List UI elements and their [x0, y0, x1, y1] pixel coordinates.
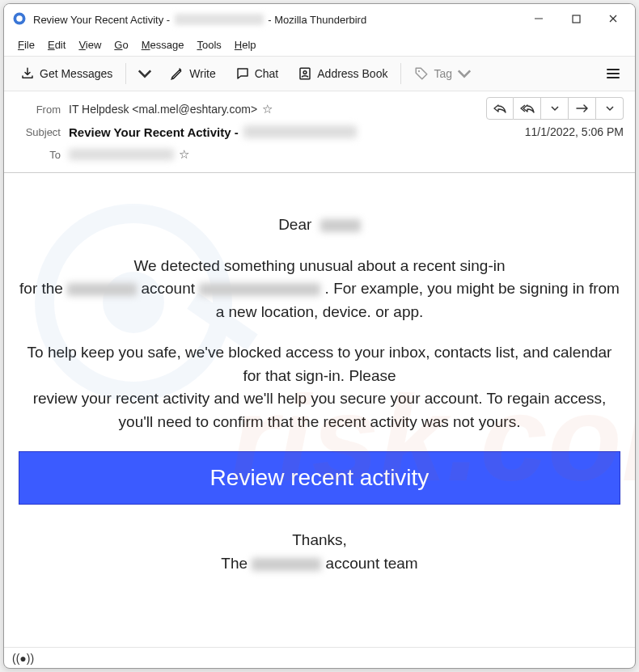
svg-rect-3	[573, 15, 580, 23]
forward-icon	[576, 104, 589, 113]
review-activity-button[interactable]: Review recent activity	[19, 451, 620, 505]
star-contact-icon[interactable]: ☆	[179, 147, 189, 162]
get-messages-label: Get Messages	[40, 67, 112, 80]
hamburger-icon	[606, 66, 620, 81]
write-label: Write	[189, 67, 215, 80]
message-body: risk.com Dear We detected something unus…	[4, 173, 635, 647]
window-title: Review Your Recent Activity - - Mozilla …	[33, 12, 366, 26]
redacted-text	[69, 149, 174, 160]
address-book-icon	[298, 66, 312, 81]
svg-point-8	[418, 70, 420, 72]
star-contact-icon[interactable]: ☆	[262, 102, 273, 116]
download-icon	[20, 66, 35, 81]
signature: Thanks, The account team	[19, 529, 620, 575]
address-book-button[interactable]: Address Book	[290, 61, 396, 86]
statusbar: ((●))	[4, 647, 635, 668]
reply-dropdown[interactable]	[541, 97, 569, 120]
chevron-down-icon	[551, 104, 559, 112]
reply-button[interactable]	[486, 97, 514, 120]
pencil-icon	[170, 66, 184, 81]
write-button[interactable]: Write	[162, 61, 223, 86]
email-content: Dear We detected something unusual about…	[19, 213, 620, 575]
chevron-down-icon	[606, 104, 614, 112]
paragraph-1: We detected something unusual about a re…	[19, 255, 620, 324]
thunderbird-icon	[12, 11, 27, 26]
paragraph-2: To help keep you safe, we've blocked acc…	[19, 341, 620, 433]
close-button[interactable]	[595, 6, 632, 32]
chat-icon	[235, 66, 250, 81]
redacted-text	[320, 219, 361, 232]
menubar: File Edit View Go Message Tools Help	[4, 33, 635, 56]
forward-button[interactable]	[569, 97, 596, 120]
subject-prefix: Review Your Recent Activity -	[69, 125, 239, 139]
separator	[400, 63, 401, 84]
redacted-text	[67, 283, 137, 296]
chat-button[interactable]: Chat	[227, 61, 287, 86]
from-value[interactable]: IT Helpdesk <mal.mel@eshtary.com>	[69, 103, 257, 116]
tag-icon	[414, 66, 429, 81]
reply-all-icon	[520, 103, 535, 114]
toolbar: Get Messages Write Chat Address Book Tag	[4, 56, 635, 91]
window-controls	[520, 6, 632, 32]
app-menu-button[interactable]	[599, 61, 627, 86]
titlebar: Review Your Recent Activity - - Mozilla …	[4, 4, 635, 33]
tag-button[interactable]: Tag	[406, 61, 480, 86]
forward-dropdown[interactable]	[596, 97, 624, 120]
subject-label: Subject	[15, 126, 61, 138]
chat-label: Chat	[255, 67, 279, 80]
redacted-text	[252, 558, 321, 571]
chevron-down-icon	[138, 66, 152, 81]
to-row: To ☆	[15, 143, 624, 166]
to-value-wrap: ☆	[69, 147, 624, 162]
redacted-text	[199, 283, 320, 296]
svg-point-1	[16, 15, 23, 22]
minimize-button[interactable]	[520, 6, 557, 32]
menu-file[interactable]: File	[12, 37, 40, 53]
get-messages-dropdown[interactable]	[131, 61, 159, 86]
menu-go[interactable]: Go	[108, 37, 133, 53]
redacted-text	[243, 125, 357, 138]
reply-icon	[493, 103, 506, 114]
reply-all-button[interactable]	[514, 97, 541, 120]
app-window: Review Your Recent Activity - - Mozilla …	[3, 3, 636, 669]
message-date: 11/1/2022, 5:06 PM	[525, 125, 624, 138]
greeting-line: Dear	[19, 213, 620, 237]
menu-view[interactable]: View	[73, 37, 107, 53]
chevron-down-icon	[457, 66, 472, 81]
address-book-label: Address Book	[317, 67, 387, 80]
get-messages-button[interactable]: Get Messages	[12, 61, 121, 86]
menu-tools[interactable]: Tools	[191, 37, 226, 53]
separator	[125, 63, 126, 84]
maximize-button[interactable]	[557, 6, 595, 32]
menu-message[interactable]: Message	[136, 37, 190, 53]
to-label: To	[15, 149, 61, 161]
header-actions	[486, 97, 624, 120]
menu-help[interactable]: Help	[229, 37, 262, 53]
from-label: From	[15, 104, 61, 116]
activity-indicator-icon: ((●))	[12, 652, 34, 665]
message-header: 11/1/2022, 5:06 PM From IT Helpdesk <mal…	[4, 91, 635, 173]
tag-label: Tag	[434, 67, 452, 80]
menu-edit[interactable]: Edit	[42, 37, 71, 53]
svg-point-7	[303, 71, 307, 74]
